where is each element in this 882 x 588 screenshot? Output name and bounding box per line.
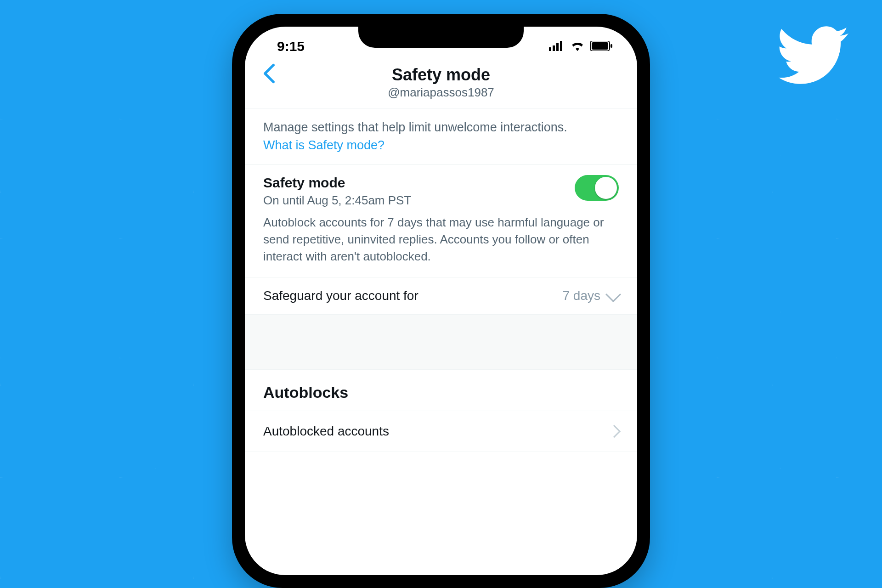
- page-header: Safety mode @mariapassos1987: [245, 61, 637, 108]
- section-spacer: [245, 315, 637, 370]
- what-is-safety-mode-link[interactable]: What is Safety mode?: [263, 138, 384, 153]
- back-button[interactable]: [263, 63, 275, 85]
- twitter-logo-icon: [776, 18, 850, 92]
- intro-section: Manage settings that help limit unwelcom…: [245, 108, 637, 165]
- svg-rect-0: [549, 47, 551, 51]
- battery-icon: [590, 39, 612, 54]
- safety-mode-description: Autoblock accounts for 7 days that may u…: [263, 214, 619, 265]
- svg-rect-1: [553, 45, 555, 51]
- svg-rect-6: [611, 44, 612, 48]
- autoblocks-heading: Autoblocks: [245, 370, 637, 411]
- safety-mode-toggle[interactable]: [575, 175, 619, 201]
- cellular-icon: [549, 39, 565, 54]
- chevron-down-icon: [605, 287, 621, 302]
- svg-rect-5: [592, 42, 608, 50]
- safety-mode-title: Safety mode: [263, 175, 565, 191]
- phone-frame: 9:15 Safety mode @mariapassos1987: [232, 14, 650, 588]
- wifi-icon: [570, 39, 585, 54]
- safeguard-duration-value: 7 days: [563, 288, 601, 303]
- safety-mode-section: Safety mode On until Aug 5, 2:45am PST A…: [245, 165, 637, 277]
- autoblocked-accounts-label: Autoblocked accounts: [263, 424, 389, 439]
- phone-notch: [358, 27, 524, 48]
- page-subtitle: @mariapassos1987: [245, 85, 637, 100]
- chevron-right-icon: [608, 425, 621, 438]
- svg-rect-3: [560, 41, 562, 51]
- autoblocked-accounts-row[interactable]: Autoblocked accounts: [245, 411, 637, 452]
- page-title: Safety mode: [245, 65, 637, 85]
- svg-rect-2: [556, 43, 559, 51]
- safety-mode-status: On until Aug 5, 2:45am PST: [263, 193, 565, 208]
- safeguard-duration-label: Safeguard your account for: [263, 288, 418, 303]
- safeguard-duration-row[interactable]: Safeguard your account for 7 days: [245, 277, 637, 315]
- intro-description: Manage settings that help limit unwelcom…: [263, 119, 619, 136]
- phone-screen: 9:15 Safety mode @mariapassos1987: [245, 27, 637, 575]
- status-time: 9:15: [277, 39, 305, 54]
